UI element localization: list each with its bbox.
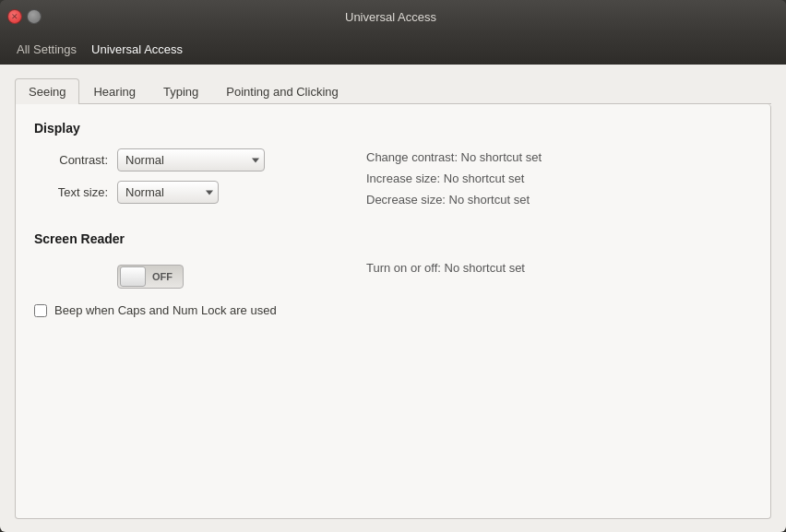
text-size-select[interactable]: Normal Large Larger Largest [117,181,219,204]
text-size-label: Text size: [34,185,117,199]
text-size-row: Text size: Normal Large Larger Largest [34,181,339,204]
contrast-label: Contrast: [34,153,117,167]
toggle-knob [120,266,146,287]
decrease-size-shortcut: Decrease size: No shortcut set [366,193,752,207]
display-right-column: Change contrast: No shortcut set Increas… [339,148,752,213]
screen-reader-right: Turn on or off: No shortcut set [339,259,752,289]
settings-panel: Display Contrast: Normal High Contrast L… [15,104,771,519]
screen-reader-header: Screen Reader [34,231,752,246]
tab-pointing-clicking[interactable]: Pointing and Clicking [212,78,351,104]
close-button[interactable]: ✕ [7,9,22,24]
tab-hearing[interactable]: Hearing [79,78,149,104]
titlebar: ✕ Universal Access [0,0,786,33]
breadcrumb-bar: All Settings Universal Access [0,33,786,65]
caps-lock-checkbox[interactable] [34,304,47,317]
contrast-select[interactable]: Normal High Contrast Low Contrast [117,148,265,171]
toggle-label: OFF [147,271,178,282]
display-settings-layout: Contrast: Normal High Contrast Low Contr… [34,148,752,213]
text-size-select-wrapper: Normal Large Larger Largest [117,181,219,204]
contrast-select-wrapper: Normal High Contrast Low Contrast [117,148,265,171]
screen-reader-left: OFF [34,259,339,289]
content-area: Seeing Hearing Typing Pointing and Click… [0,65,786,532]
breadcrumb-all-settings[interactable]: All Settings [11,41,82,58]
minimize-button[interactable] [27,9,42,24]
increase-size-shortcut: Increase size: No shortcut set [366,171,752,185]
screen-reader-shortcut: Turn on or off: No shortcut set [366,261,752,275]
tab-seeing[interactable]: Seeing [15,78,79,104]
breadcrumb-universal-access[interactable]: Universal Access [86,41,188,58]
contrast-shortcut: Change contrast: No shortcut set [366,150,752,164]
window-title: Universal Access [49,10,732,24]
screen-reader-layout: OFF Turn on or off: No shortcut set [34,259,752,289]
caps-lock-label: Beep when Caps and Num Lock are used [54,303,277,317]
window-controls: ✕ [7,9,42,24]
caps-lock-checkbox-row: Beep when Caps and Num Lock are used [34,303,752,317]
tab-bar: Seeing Hearing Typing Pointing and Click… [15,77,771,104]
screen-reader-toggle-row: OFF [34,265,339,289]
screen-reader-section: Screen Reader OFF Turn on or off: No sho [34,231,752,289]
tab-typing[interactable]: Typing [149,78,212,104]
screen-reader-toggle[interactable]: OFF [117,265,184,289]
main-window: ✕ Universal Access All Settings Universa… [0,0,786,532]
display-section: Display Contrast: Normal High Contrast L… [34,121,752,213]
contrast-row: Contrast: Normal High Contrast Low Contr… [34,148,339,171]
display-left-column: Contrast: Normal High Contrast Low Contr… [34,148,339,213]
display-header: Display [34,121,752,136]
